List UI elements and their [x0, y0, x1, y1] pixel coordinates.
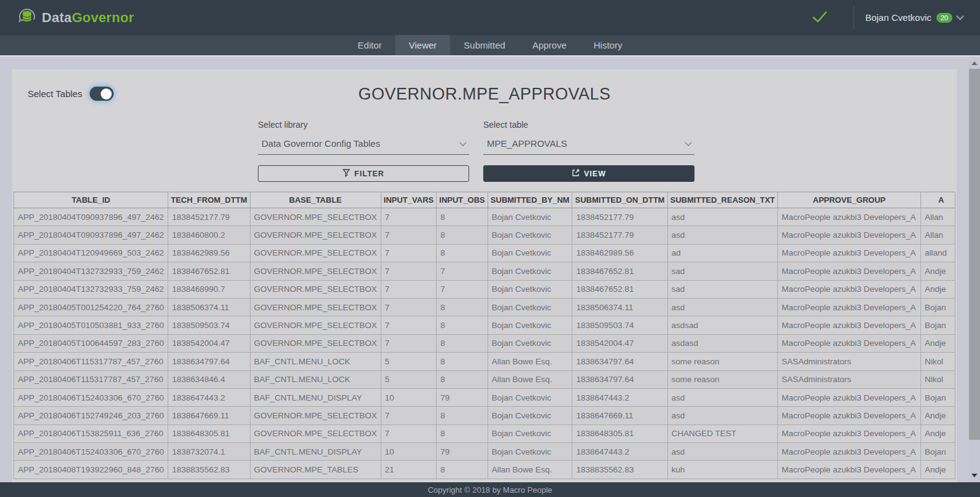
- table-cell: 8: [437, 226, 488, 244]
- header-divider: [854, 6, 854, 29]
- table-cell: 1838467652.81: [168, 262, 250, 280]
- table-cell: Nikol: [920, 353, 955, 370]
- table-cell: MacroPeople azukbi3 Developers_A: [778, 298, 921, 316]
- main-nav: EditorViewerSubmittedApproveHistory: [0, 35, 980, 55]
- table-cell: 1838647443.2: [572, 443, 667, 461]
- table-cell: APP_20180406T115317787_457_2760: [14, 353, 168, 370]
- table-row[interactable]: APP_20180404T090937896_497_2462183845217…: [14, 208, 955, 226]
- table-row[interactable]: APP_20180406T153825911_636_2760183864830…: [14, 425, 955, 442]
- table-cell: GOVERNOR.MPE_TABLES: [250, 461, 381, 479]
- column-header: SUBMITTED_REASON_TXT: [667, 192, 777, 208]
- column-header: TABLE_ID: [14, 192, 168, 208]
- table-cell: GOVERNOR.MPE_SELECTBOX: [250, 298, 381, 316]
- chevron-down-icon: [685, 139, 691, 146]
- table-row[interactable]: APP_20180404T120949669_503_2462183846298…: [14, 244, 955, 262]
- tab-editor[interactable]: Editor: [344, 35, 395, 55]
- table-cell: Bojan: [920, 443, 955, 461]
- table-row[interactable]: APP_20180406T115317787_457_2760183863484…: [14, 370, 955, 388]
- table-cell: GOVERNOR.MPE_SELECTBOX: [250, 425, 381, 442]
- table-cell: MacroPeople azukbi3 Developers_A: [778, 208, 921, 226]
- table-cell: MacroPeople azukbi3 Developers_A: [778, 316, 921, 334]
- table-row[interactable]: APP_20180405T001254220_764_2760183850637…: [14, 298, 955, 316]
- chevron-down-icon: [459, 139, 466, 146]
- table-cell: Andje: [920, 407, 955, 425]
- tab-viewer[interactable]: Viewer: [395, 35, 451, 55]
- table-cell: APP_20180406T152749246_203_2760: [14, 407, 168, 425]
- table-row[interactable]: APP_20180404T132732933_759_2462183846899…: [14, 280, 955, 298]
- table-cell: Bojan Cvetkovic: [488, 208, 572, 226]
- table-cell: 1838462989.56: [168, 244, 250, 262]
- table-cell: asd: [667, 443, 777, 461]
- app-logo[interactable]: DataGovernor: [17, 7, 134, 29]
- library-select[interactable]: Data Governor Config Tables: [258, 136, 469, 155]
- table-select[interactable]: MPE_APPROVALS: [483, 136, 694, 155]
- scroll-down-arrow-icon[interactable]: [971, 474, 978, 477]
- table-cell: 8: [437, 461, 488, 479]
- table-cell: 8: [437, 370, 488, 388]
- table-cell: Bojan Cvetkovic: [488, 298, 572, 316]
- table-cell: MacroPeople azukbi3 Developers_A: [778, 244, 921, 262]
- table-cell: 1838452177.79: [168, 208, 250, 226]
- user-menu[interactable]: Bojan Cvetkovic 20: [865, 12, 963, 23]
- table-cell: asd: [667, 388, 777, 406]
- tab-history[interactable]: History: [580, 35, 636, 55]
- table-select-value: MPE_APPROVALS: [487, 138, 567, 149]
- scrollbar-thumb[interactable]: [969, 69, 980, 440]
- table-cell: MacroPeople azukbi3 Developers_A: [778, 425, 921, 442]
- table-cell: 8: [437, 298, 488, 316]
- table-cell: Allan Bowe Esq.: [488, 461, 572, 479]
- table-row[interactable]: APP_20180405T010503881_933_2760183850950…: [14, 316, 955, 334]
- table-cell: asd: [667, 298, 777, 316]
- app-title: DataGovernor: [42, 10, 134, 26]
- table-cell: alland: [920, 244, 955, 262]
- table-cell: BAF_CNTL.MENU_DISPLAY: [250, 443, 381, 461]
- table-cell: 5: [381, 353, 436, 370]
- table-cell: Andje: [920, 461, 955, 479]
- table-cell: 1838452177.79: [572, 226, 667, 244]
- table-row[interactable]: APP_20180408T193922960_848_2760183883556…: [14, 461, 955, 479]
- table-cell: 8: [437, 208, 488, 226]
- table-cell: 7: [381, 226, 436, 244]
- table-row[interactable]: APP_20180406T115317787_457_2760183863479…: [14, 353, 955, 370]
- table-cell: 1838542004.47: [168, 334, 250, 352]
- copyright-text: Copyright © 2018 by Macro People: [428, 485, 553, 495]
- table-row[interactable]: APP_20180406T152749246_203_2760183864766…: [14, 407, 955, 425]
- table-cell: Andje: [920, 334, 955, 352]
- table-cell: GOVERNOR.MPE_SELECTBOX: [250, 407, 381, 425]
- table-cell: Bojan: [920, 388, 955, 406]
- table-cell: 1838468990.7: [168, 280, 250, 298]
- tab-approve[interactable]: Approve: [519, 35, 580, 55]
- table-cell: BAF_CNTL.MENU_LOCK: [250, 353, 381, 370]
- table-cell: Nikol: [920, 370, 955, 388]
- content-top-edge: [0, 55, 980, 57]
- table-cell: GOVERNOR.MPE_SELECTBOX: [250, 208, 381, 226]
- table-row[interactable]: APP_20180404T132732933_759_2462183846765…: [14, 262, 955, 280]
- table-row[interactable]: APP_20180405T100644597_283_2760183854200…: [14, 334, 955, 352]
- vertical-scrollbar[interactable]: [969, 57, 980, 482]
- table-cell: 1838648305.81: [168, 425, 250, 442]
- table-cell: 1838647443.2: [572, 388, 667, 406]
- table-cell: 1838634797.64: [572, 370, 667, 388]
- table-cell: 1838467652.81: [572, 262, 667, 280]
- tab-submitted[interactable]: Submitted: [450, 35, 519, 55]
- table-cell: MacroPeople azukbi3 Developers_A: [778, 461, 921, 479]
- table-cell: SASAdministrators: [778, 353, 921, 370]
- table-cell: GOVERNOR.MPE_SELECTBOX: [250, 244, 381, 262]
- table-cell: Bojan Cvetkovic: [488, 280, 572, 298]
- table-cell: Bojan: [920, 316, 955, 334]
- table-row[interactable]: APP_20180406T152403306_670_2760183864744…: [14, 388, 955, 406]
- scroll-up-arrow-icon[interactable]: [971, 61, 978, 65]
- table-cell: MacroPeople azukbi3 Developers_A: [778, 388, 921, 406]
- table-cell: asd: [667, 208, 777, 226]
- table-cell: 8: [437, 407, 488, 425]
- table-cell: Bojan Cvetkovic: [488, 425, 572, 442]
- view-button[interactable]: VIEW: [483, 165, 694, 182]
- table-row[interactable]: APP_20180404T090937896_497_2462183846080…: [14, 226, 955, 244]
- database-logo-icon: [17, 7, 37, 29]
- table-cell: asd: [667, 226, 777, 244]
- column-header: A: [920, 192, 955, 208]
- table-cell: APP_20180406T152403306_670_2760: [14, 443, 168, 461]
- table-row[interactable]: APP_20180406T152403306_670_2760183873207…: [14, 443, 955, 461]
- filter-button[interactable]: FILTER: [258, 165, 469, 182]
- table-cell: 1838506374.11: [168, 298, 250, 316]
